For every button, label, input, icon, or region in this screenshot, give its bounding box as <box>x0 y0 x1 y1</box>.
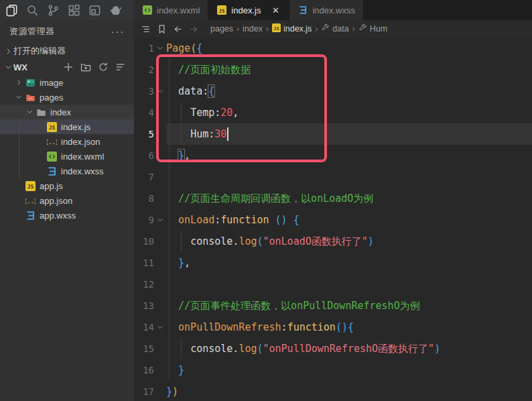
code-line-14[interactable]: 14 onPullDownRefresh:function(){ <box>134 317 532 338</box>
gutter[interactable]: 4 <box>134 102 166 123</box>
gutter[interactable]: 15 <box>134 338 166 359</box>
fold-chevron-icon[interactable] <box>154 87 166 95</box>
code-text: //页面事件处理函数，以onPullDownRefreshO为例 <box>166 300 420 312</box>
source-control-icon[interactable] <box>46 3 60 17</box>
gutter[interactable]: 13 <box>134 295 166 317</box>
code-line-7[interactable]: 7 <box>134 166 532 188</box>
code-line-4[interactable]: 4 Temp:20, <box>134 102 532 123</box>
code-line-9[interactable]: 9 onLoad:function () { <box>134 209 532 231</box>
sidebar-item-pages[interactable]: pages <box>0 90 134 105</box>
back-arrow-icon[interactable] <box>172 23 184 35</box>
new-folder-icon[interactable] <box>80 62 91 72</box>
outline-icon[interactable] <box>139 23 151 35</box>
code-text: console.log("onLoadO函数执行了") <box>166 235 374 248</box>
sidebar-item-image[interactable]: image <box>0 75 134 90</box>
search-icon[interactable] <box>25 3 39 17</box>
open-editors-section[interactable]: 打开的编辑器 <box>0 43 134 59</box>
sidebar-item-app-wxss[interactable]: app.wxss <box>0 208 134 223</box>
breadcrumb-item-data[interactable]: data <box>321 23 348 34</box>
breadcrumb-item-hum[interactable]: Hum <box>358 23 387 34</box>
sidebar-item-app-json[interactable]: {..}app.json <box>0 193 134 208</box>
window-icon[interactable] <box>88 3 101 17</box>
code-line-17[interactable]: 17}) <box>134 381 532 401</box>
gutter[interactable]: 3 <box>134 80 166 102</box>
tab-index-wxml[interactable]: index.wxml <box>134 0 208 20</box>
explorer-title: 资源管理器 <box>9 25 55 38</box>
gutter[interactable]: 11 <box>134 252 166 274</box>
breadcrumb-label: Hum <box>370 24 387 34</box>
js-file-icon: JS <box>24 180 36 191</box>
breadcrumb-item-index[interactable]: index <box>243 24 263 34</box>
sidebar-item-index-json[interactable]: {..}index.json <box>0 134 134 149</box>
tab-index-js[interactable]: JSindex.js✕ <box>208 0 289 20</box>
code-editor[interactable]: 1Page({2 //页面初始数据3 data:{4 Temp:20,5 Hum… <box>134 38 532 401</box>
extensions-icon[interactable] <box>67 3 80 17</box>
forward-arrow-icon[interactable] <box>188 23 200 35</box>
indent-guide-level2 <box>181 231 182 252</box>
sidebar-item-index-wxml[interactable]: index.wxml <box>0 149 134 164</box>
breadcrumb-label: index.js <box>283 24 312 34</box>
gutter[interactable]: 16 <box>134 359 166 381</box>
breadcrumb-separator: › <box>314 24 319 34</box>
sidebar-item-index-js[interactable]: JSindex.js <box>0 119 134 134</box>
gutter[interactable]: 1 <box>134 38 166 59</box>
code-text: Temp:20, <box>166 107 239 119</box>
code-text: }, <box>166 257 190 269</box>
code-line-11[interactable]: 11 }, <box>134 252 532 274</box>
gutter[interactable]: 17 <box>134 381 166 401</box>
code-line-13[interactable]: 13 //页面事件处理函数，以onPullDownRefreshO为例 <box>134 295 532 317</box>
gutter[interactable]: 8 <box>134 188 166 209</box>
wrench-symbol-icon <box>321 23 330 34</box>
code-line-8[interactable]: 8 //页面生命周期回调函数，以onLoadO为例 <box>134 188 532 209</box>
collapse-all-icon[interactable] <box>115 62 126 72</box>
code-line-5[interactable]: 5 Hum:30 <box>134 123 532 145</box>
tree-item-label: image <box>40 78 63 88</box>
tab-index-wxss[interactable]: index.wxss <box>289 0 364 20</box>
new-file-icon[interactable] <box>63 62 74 72</box>
gutter[interactable]: 7 <box>134 166 166 188</box>
json-file-icon: {..} <box>24 195 36 206</box>
sidebar-item-index-wxss[interactable]: index.wxss <box>0 164 134 178</box>
code-line-1[interactable]: 1Page({ <box>134 38 532 59</box>
workspace-section[interactable]: WX <box>0 59 134 75</box>
explorer-more-icon[interactable]: ··· <box>111 28 125 35</box>
chevron-right-icon[interactable] <box>13 78 24 87</box>
gutter[interactable]: 2 <box>134 59 166 80</box>
breadcrumb-item-index-js[interactable]: JSindex.js <box>272 23 312 34</box>
gutter[interactable]: 12 <box>134 274 166 295</box>
line-number: 15 <box>134 343 154 354</box>
gutter[interactable]: 9 <box>134 209 166 231</box>
file-tree: imagepagesindexJSindex.js{..}index.jsoni… <box>0 75 134 401</box>
text-cursor <box>227 127 228 141</box>
code-line-12[interactable]: 12 <box>134 274 532 295</box>
sidebar-item-app-js[interactable]: JSapp.js <box>0 178 134 193</box>
chevron-down-icon[interactable] <box>13 93 24 101</box>
fold-chevron-icon[interactable] <box>154 216 166 224</box>
tree-item-label: index <box>50 107 71 117</box>
tab-label: index.js <box>231 5 261 15</box>
code-text: console.log("onPullDownRefreshO函数执行了") <box>166 343 440 355</box>
breadcrumb-item-pages[interactable]: pages <box>210 24 233 34</box>
code-line-6[interactable]: 6 }, <box>134 145 532 166</box>
fold-chevron-icon[interactable] <box>154 44 166 52</box>
chevron-down-icon[interactable] <box>24 108 35 116</box>
code-line-16[interactable]: 16 } <box>134 359 532 381</box>
gutter[interactable]: 6 <box>134 145 166 166</box>
fold-chevron-icon[interactable] <box>154 323 166 331</box>
sidebar-item-index[interactable]: index <box>0 105 134 119</box>
close-icon[interactable]: ✕ <box>270 5 281 15</box>
gutter[interactable]: 10 <box>134 231 166 252</box>
json-file-icon: {..} <box>46 136 58 147</box>
teapot-icon[interactable] <box>109 3 122 17</box>
code-line-3[interactable]: 3 data:{ <box>134 80 532 102</box>
code-line-2[interactable]: 2 //页面初始数据 <box>134 59 532 80</box>
gutter[interactable]: 5 <box>134 123 166 145</box>
refresh-icon[interactable] <box>98 62 109 72</box>
code-line-10[interactable]: 10 console.log("onLoadO函数执行了") <box>134 231 532 252</box>
tab-bar: index.wxmlJSindex.js✕index.wxss <box>134 0 532 20</box>
svg-text:JS: JS <box>48 125 55 131</box>
bookmark-icon[interactable] <box>155 23 168 35</box>
code-line-15[interactable]: 15 console.log("onPullDownRefreshO函数执行了"… <box>134 338 532 359</box>
gutter[interactable]: 14 <box>134 317 166 338</box>
files-icon[interactable] <box>5 3 18 17</box>
